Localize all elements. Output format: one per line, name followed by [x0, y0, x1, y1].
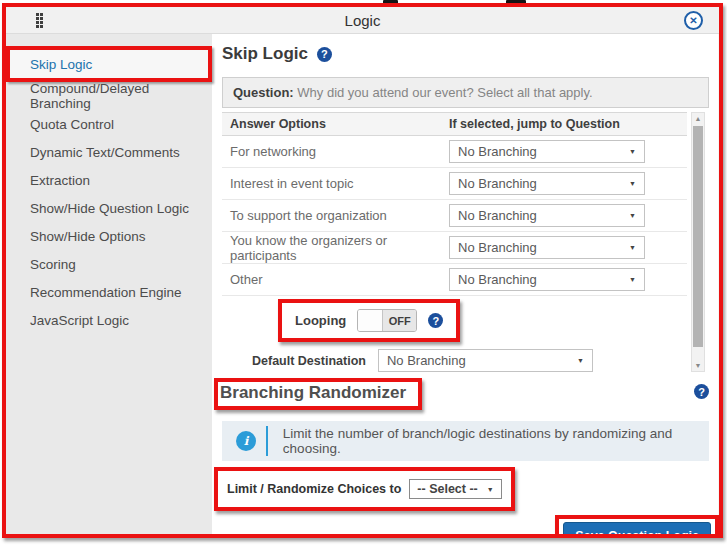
- chevron-down-icon: ▼: [487, 486, 494, 493]
- looping-annotation-box: Looping OFF ?: [278, 299, 460, 342]
- table-row: For networking No Branching ▼: [222, 136, 687, 168]
- sidebar-item-scoring[interactable]: Scoring: [6, 250, 212, 278]
- jump-to-question-select[interactable]: No Branching ▼: [449, 204, 645, 227]
- jump-to-question-select[interactable]: No Branching ▼: [449, 140, 645, 163]
- sidebar-item-compound-delayed-branching[interactable]: Compound/Delayed Branching: [6, 82, 212, 110]
- info-icon: i: [236, 431, 256, 451]
- jump-to-question-select[interactable]: No Branching ▼: [449, 268, 645, 291]
- answer-option-label: To support the organization: [222, 208, 449, 223]
- sidebar-item-label: Scoring: [30, 257, 76, 272]
- randomizer-info-banner: i Limit the number of branch/logic desti…: [222, 421, 709, 461]
- branching-randomizer-title: Branching Randomizer: [220, 383, 406, 402]
- table-row: Interest in event topic No Branching ▼: [222, 168, 687, 200]
- default-destination-row: Default Destination No Branching ▼: [252, 349, 687, 372]
- table-header-row: Answer Options If selected, jump to Ques…: [222, 112, 687, 136]
- info-divider: [266, 426, 268, 456]
- footer-actions: Save Question Logic: [222, 515, 709, 534]
- answer-option-label: For networking: [222, 144, 449, 159]
- sidebar-item-label: JavaScript Logic: [30, 313, 129, 328]
- sidebar-item-label: Extraction: [30, 173, 90, 188]
- save-annotation-box: Save Question Logic: [555, 515, 719, 534]
- jump-to-question-select[interactable]: No Branching ▼: [449, 172, 645, 195]
- chevron-down-icon: ▼: [629, 180, 636, 187]
- randomizer-info-text: Limit the number of branch/logic destina…: [283, 426, 701, 456]
- selected-value: No Branching: [458, 272, 537, 287]
- chevron-down-icon: ▼: [629, 212, 636, 219]
- limit-randomize-label: Limit / Randomize Choices to: [227, 482, 401, 496]
- sidebar-item-javascript-logic[interactable]: JavaScript Logic: [6, 306, 212, 334]
- sidebar-item-label: Compound/Delayed Branching: [30, 81, 212, 111]
- help-icon[interactable]: ?: [694, 384, 709, 399]
- chevron-down-icon: ▼: [577, 357, 584, 364]
- question-summary: Question: Why did you attend our event? …: [222, 77, 709, 108]
- question-text: Why did you attend our event? Select all…: [294, 85, 593, 100]
- sidebar-item-skip-logic[interactable]: Skip Logic: [6, 46, 212, 82]
- answer-option-label: Interest in event topic: [222, 176, 449, 191]
- logic-nav-sidebar: Skip Logic Compound/Delayed Branching Qu…: [6, 34, 212, 534]
- default-destination-select[interactable]: No Branching ▼: [378, 349, 593, 372]
- jump-to-question-select[interactable]: No Branching ▼: [449, 236, 645, 259]
- table-row: Other No Branching ▼: [222, 264, 687, 296]
- branching-table-region: Answer Options If selected, jump to Ques…: [222, 112, 709, 372]
- sidebar-item-label: Show/Hide Question Logic: [30, 201, 189, 216]
- sidebar-item-show-hide-options[interactable]: Show/Hide Options: [6, 222, 212, 250]
- sidebar-item-label: Quota Control: [30, 117, 114, 132]
- question-label: Question:: [233, 85, 294, 100]
- chevron-down-icon: ▼: [629, 148, 636, 155]
- dialog-body: Skip Logic Compound/Delayed Branching Qu…: [6, 34, 719, 534]
- limit-randomize-select[interactable]: -- Select -- ▼: [409, 479, 501, 499]
- sidebar-item-extraction[interactable]: Extraction: [6, 166, 212, 194]
- sidebar-item-recommendation-engine[interactable]: Recommendation Engine: [6, 278, 212, 306]
- branching-randomizer-heading-row: Branching Randomizer ?: [222, 378, 709, 410]
- sidebar-item-show-hide-question-logic[interactable]: Show/Hide Question Logic: [6, 194, 212, 222]
- selected-value: No Branching: [458, 144, 537, 159]
- table-row: You know the organizers or participants …: [222, 232, 687, 264]
- sidebar-item-label: Skip Logic: [30, 57, 92, 72]
- default-destination-label: Default Destination: [252, 354, 366, 368]
- logic-dialog: Logic ✕ Skip Logic Compound/Delayed Bran…: [2, 3, 723, 538]
- chevron-down-icon: ▼: [629, 276, 636, 283]
- dialog-title: Logic: [6, 12, 719, 29]
- column-header-jump: If selected, jump to Question: [449, 117, 687, 131]
- answer-option-label: You know the organizers or participants: [222, 233, 449, 263]
- looping-toggle[interactable]: OFF: [357, 309, 417, 332]
- looping-label: Looping: [295, 313, 346, 328]
- randomizer-annotation-box: Branching Randomizer: [214, 378, 422, 410]
- column-header-answer-options: Answer Options: [222, 117, 449, 131]
- close-icon[interactable]: ✕: [684, 11, 703, 30]
- panel-heading-row: Skip Logic ?: [222, 44, 709, 64]
- selected-value: No Branching: [387, 353, 466, 368]
- scroll-up-icon[interactable]: ▲: [692, 115, 704, 122]
- selected-value: -- Select --: [417, 482, 477, 496]
- screen: Logic ✕ Skip Logic Compound/Delayed Bran…: [0, 0, 727, 545]
- sidebar-item-label: Show/Hide Options: [30, 229, 146, 244]
- selected-value: No Branching: [458, 208, 537, 223]
- sidebar-item-label: Dynamic Text/Comments: [30, 145, 180, 160]
- selected-value: No Branching: [458, 176, 537, 191]
- panel-title: Skip Logic: [222, 44, 308, 64]
- save-question-logic-button[interactable]: Save Question Logic: [563, 522, 711, 534]
- selected-value: No Branching: [458, 240, 537, 255]
- answer-option-label: Other: [222, 272, 449, 287]
- sidebar-item-label: Recommendation Engine: [30, 285, 182, 300]
- toggle-knob: [358, 310, 383, 331]
- vertical-scrollbar[interactable]: ▲ ▼: [691, 112, 705, 372]
- table-row: To support the organization No Branching…: [222, 200, 687, 232]
- dialog-header: Logic ✕: [6, 7, 719, 34]
- sidebar-item-dynamic-text-comments[interactable]: Dynamic Text/Comments: [6, 138, 212, 166]
- scroll-down-icon[interactable]: ▼: [692, 362, 704, 369]
- help-icon[interactable]: ?: [428, 313, 443, 328]
- scrollbar-thumb[interactable]: [693, 126, 703, 347]
- toggle-state-label: OFF: [383, 310, 416, 331]
- skip-logic-panel: Skip Logic ? Question: Why did you atten…: [212, 34, 719, 534]
- sidebar-item-quota-control[interactable]: Quota Control: [6, 110, 212, 138]
- help-icon[interactable]: ?: [317, 47, 332, 62]
- limit-annotation-box: Limit / Randomize Choices to -- Select -…: [214, 467, 515, 511]
- chevron-down-icon: ▼: [629, 244, 636, 251]
